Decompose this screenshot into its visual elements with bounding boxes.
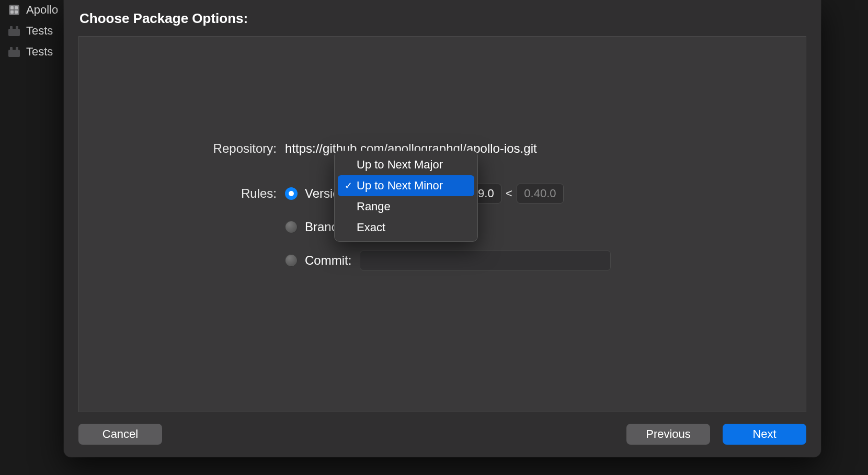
grid-icon (7, 3, 21, 17)
nav-item-tests-2[interactable]: Tests (7, 45, 58, 59)
svg-rect-10 (16, 47, 18, 50)
svg-rect-7 (16, 26, 18, 29)
svg-rect-9 (10, 47, 13, 50)
nav-item-label: Apollo (26, 3, 58, 17)
nav-item-tests-1[interactable]: Tests (7, 24, 58, 38)
repository-label: Repository: (199, 141, 277, 156)
package-options-dialog: Choose Package Options: Repository: http… (64, 0, 821, 457)
dropdown-item-label: Exact (357, 221, 385, 234)
dropdown-item-label: Up to Next Minor (357, 179, 443, 193)
next-button[interactable]: Next (723, 424, 806, 445)
nav-item-label: Tests (26, 45, 53, 59)
dialog-footer: Cancel Previous Next (78, 412, 806, 445)
svg-rect-0 (9, 5, 19, 15)
commit-radio-label: Commit: (305, 253, 351, 268)
rules-label: Rules: (199, 186, 277, 201)
branch-radio[interactable] (285, 221, 298, 233)
dropdown-item-label: Up to Next Major (357, 158, 443, 172)
nav-item-label: Tests (26, 24, 53, 38)
cancel-button[interactable]: Cancel (78, 424, 162, 445)
version-to-field[interactable]: 0.40.0 (517, 184, 564, 203)
check-icon: ✓ (343, 180, 353, 191)
dialog-title: Choose Package Options: (79, 10, 806, 27)
nav-item-apollo[interactable]: Apollo (7, 3, 58, 17)
dropdown-item-next-minor[interactable]: ✓ Up to Next Minor (338, 175, 474, 196)
svg-rect-6 (10, 26, 13, 29)
svg-rect-2 (15, 6, 18, 9)
dropdown-item-exact[interactable]: ✓ Exact (338, 217, 474, 238)
lego-icon (7, 24, 21, 38)
commit-field[interactable] (360, 251, 611, 270)
version-radio[interactable] (285, 187, 298, 200)
svg-rect-5 (8, 29, 20, 36)
less-than-label: < (506, 187, 512, 200)
commit-radio[interactable] (285, 254, 298, 267)
version-rule-dropdown: ✓ Up to Next Major ✓ Up to Next Minor ✓ … (334, 151, 478, 242)
svg-rect-3 (10, 10, 14, 14)
dropdown-item-range[interactable]: ✓ Range (338, 196, 474, 217)
dropdown-item-label: Range (357, 200, 391, 213)
project-navigator: Apollo Tests Tests (7, 3, 58, 59)
svg-rect-4 (15, 10, 18, 14)
lego-icon (7, 45, 21, 59)
dialog-body: Repository: https://github.com/apollogra… (78, 36, 806, 412)
previous-button[interactable]: Previous (626, 424, 710, 445)
svg-rect-8 (8, 50, 20, 57)
dropdown-item-next-major[interactable]: ✓ Up to Next Major (338, 154, 474, 175)
svg-rect-1 (10, 6, 14, 9)
